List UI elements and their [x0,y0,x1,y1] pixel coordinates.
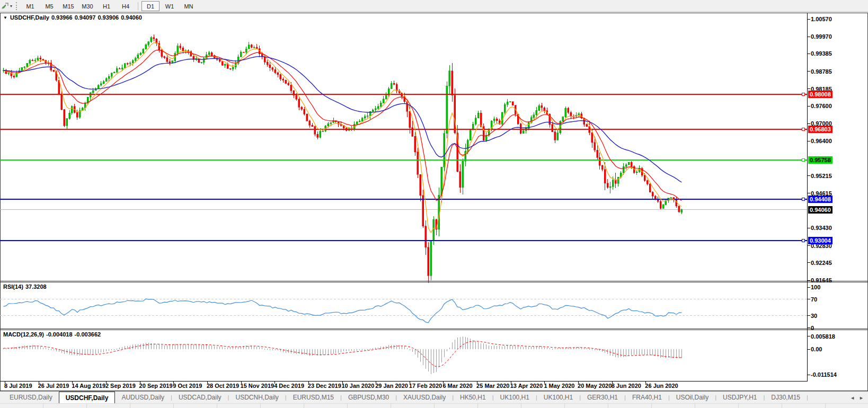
timeframe-toolbar: ▾ M1M5M15M30H1H4D1W1MN [0,0,868,12]
rsi-axis-tick: 70 [811,296,817,303]
price-axis-tick: 1.00570 [811,15,832,23]
macd-value: -0.004018 [46,331,73,338]
hline-handle[interactable] [802,158,805,162]
date-axis-tick: 4 Dec 2019 [274,382,304,389]
chart-tab-eurusd-daily[interactable]: EURUSD,Daily [3,392,59,403]
cursor-tool-glyph [1,2,10,10]
date-axis-tick: 8 Jul 2019 [4,382,32,389]
macd-name: MACD(12,26,9) [3,331,44,338]
date-axis-tick: 28 Oct 2019 [207,382,239,389]
timeframe-button-d1[interactable]: D1 [141,1,160,11]
tab-scroll-right-icon[interactable]: ► [859,395,864,401]
timeframe-buttons: M1M5M15M30H1H4D1W1MN [21,1,198,11]
date-axis-tick: 20 Sep 2019 [139,382,173,389]
date-axis-tick: 14 Aug 2019 [72,382,105,389]
chart-tab-dj30-m15[interactable]: DJ30,M15 [765,392,807,403]
rsi-axis-tick: 0 [811,324,814,332]
rsi-value: 37.3208 [25,283,47,290]
date-axis-tick: 6 Mar 2020 [442,382,472,389]
hline-handle[interactable] [802,239,805,242]
toolbar-grip [16,2,17,10]
timeframe-button-m30[interactable]: M30 [78,1,96,11]
quote-close: 0.94060 [121,14,142,21]
current-price-tag[interactable]: 0.94060 [808,206,832,214]
date-axis-tick: 29 Jan 2020 [375,382,408,389]
chart-tab-gbpusd-m30[interactable]: GBPUSD,M30 [342,392,395,403]
timeframe-button-h1[interactable]: H1 [98,1,116,11]
hline-handle[interactable] [802,93,805,96]
hline-price-tag[interactable]: 0.96803 [808,126,832,133]
date-axis-tick: 26 Jun 2020 [645,382,678,389]
chart-tab-usdcad-daily[interactable]: USDCAD,Daily [172,392,228,403]
macd-indicator-label: MACD(12,26,9)-0.004018-0.003662 [3,331,103,338]
rsi-name: RSI(14) [3,283,23,290]
chart-tab-audusd-daily[interactable]: AUDUSD,Daily [115,392,171,403]
date-axis-tick: 23 Dec 2019 [308,382,341,389]
chart-tab-xauusd-daily[interactable]: XAUUSD,Daily [397,392,452,403]
rsi-axis-tick: 100 [811,283,820,291]
quote-low: 0.93906 [98,14,119,21]
price-axis-tick: 0.97600 [811,102,832,110]
chart-tab-hk50-h1[interactable]: HK50,H1 [454,392,492,403]
price-axis-tick: 0.93430 [811,224,832,232]
chart-tab-usdchf-daily[interactable]: USDCHF,Daily [59,392,116,403]
tab-bar-bottom-strip [0,403,868,408]
price-axis-tick: 0.91645 [811,277,832,284]
hline-price-tag[interactable]: 0.94408 [808,196,832,203]
chart-tab-uk100-h1[interactable]: UK100,H1 [537,392,579,403]
chart-tab-usdjpy-h1[interactable]: USDJPY,H1 [716,392,763,403]
macd-signal-value: -0.003662 [75,331,101,338]
date-axis-tick: 25 Mar 2020 [476,382,509,389]
date-axis-tick: 26 Jul 2019 [38,382,69,389]
rsi-axis-tick: 30 [811,312,817,320]
date-axis-tick: 1 May 2020 [544,382,574,389]
date-axis-tick: 17 Feb 2020 [409,382,442,389]
chart-tab-fra40-h1[interactable]: FRA40,H1 [626,392,668,403]
hline-handle[interactable] [802,128,805,131]
date-axis-tick: 13 Apr 2020 [510,382,543,389]
tab-separator: | [807,392,808,403]
price-axis-tick: 0.99970 [811,33,832,40]
chart-tab-usdcnh-daily[interactable]: USDCNH,Daily [229,392,285,403]
price-axis-tick: 0.99385 [811,50,832,57]
hline-price-tag[interactable]: 0.93004 [808,237,832,244]
timeframe-button-h4[interactable]: H4 [117,1,135,11]
collapse-triangle-icon[interactable]: ▼ [3,15,7,20]
timeframe-button-m15[interactable]: M15 [59,1,77,11]
trading-platform-window: ▾ M1M5M15M30H1H4D1W1MN ▼USDCHF,Daily0.93… [0,0,868,408]
macd-axis-tick: -0.011514 [811,371,837,378]
tab-scroll-left-icon[interactable]: ◄ [850,395,855,401]
tab-scroll-controls: ◄ ► [850,392,864,404]
hline-price-tag[interactable]: 0.95758 [808,156,832,164]
hline-price-tag[interactable]: 0.98008 [808,91,832,98]
toolbar-separator [138,2,138,10]
macd-axis-tick: 0.005818 [811,333,835,340]
date-axis-tick: 10 Jan 2020 [342,382,375,389]
price-axis-tick: 0.96400 [811,137,832,145]
timeframe-button-m5[interactable]: M5 [40,1,58,11]
date-axis-tick: 9 Oct 2019 [173,382,202,389]
rsi-indicator-label: RSI(14)37.3208 [3,283,49,290]
macd-axis-tick: 0.00 [811,345,822,353]
chart-tab-uk100-h1[interactable]: UK100,H1 [494,392,536,403]
date-axis-tick: 15 Nov 2019 [241,382,274,389]
price-axis-tick: 0.95215 [811,172,832,180]
timeframe-button-mn[interactable]: MN [180,1,198,11]
chart-tab-ger30-h1[interactable]: GER30,H1 [581,392,624,403]
date-axis-tick: 20 May 2020 [578,382,612,389]
hline-handle[interactable] [802,198,805,201]
date-axis-tick: 8 Jun 2020 [612,382,641,389]
dropdown-arrow-icon[interactable]: ▾ [10,4,12,8]
chart-tab-eurusd-m15[interactable]: EURUSD,M15 [287,392,340,403]
timeframe-button-m1[interactable]: M1 [21,1,39,11]
chart-tab-usoil-daily[interactable]: USOil,Daily [670,392,715,403]
price-axis-tick: 0.98785 [811,68,832,75]
timeframe-button-w1[interactable]: W1 [161,1,179,11]
quote-high: 0.94097 [75,14,96,21]
chart-tab-bar: EURUSD,DailyUSDCHF,DailyAUDUSD,Daily|USD… [0,391,868,408]
chart-canvas[interactable] [0,0,868,408]
price-axis-tick: 0.92245 [811,259,832,267]
quote-open: 0.93966 [51,14,73,21]
line-studies-cursor-tool-icon[interactable]: ▾ [0,1,13,11]
chart-title: ▼USDCHF,Daily0.939660.940970.939060.9406… [3,14,144,21]
